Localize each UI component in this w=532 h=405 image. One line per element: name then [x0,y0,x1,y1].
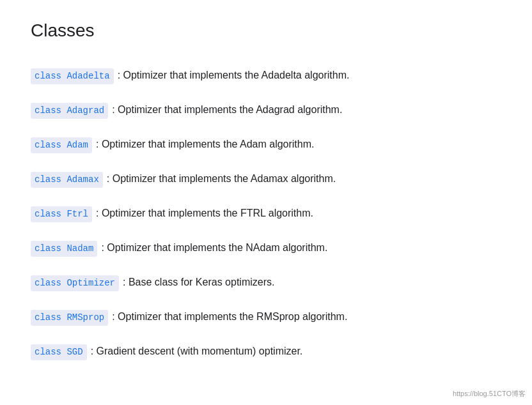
class-description-adamax: : Optimizer that implements the Adamax a… [107,171,336,187]
list-item: class Optimizer: Base class for Keras op… [31,266,501,300]
class-description-adam: : Optimizer that implements the Adam alg… [96,137,314,152]
watermark: https://blog.51CTO博客 [453,389,526,399]
page-title: Classes [31,20,501,41]
class-link-optimizer[interactable]: class Optimizer [31,275,119,291]
list-item: class SGD: Gradient descent (with moment… [31,335,501,369]
list-item: class Adam: Optimizer that implements th… [31,128,501,162]
class-link-adamax[interactable]: class Adamax [31,172,103,188]
list-item: class Adamax: Optimizer that implements … [31,162,501,197]
class-list: class Adadelta: Optimizer that implement… [31,59,501,369]
class-description-nadam: : Optimizer that implements the NAdam al… [101,240,327,256]
class-link-adam[interactable]: class Adam [31,137,92,153]
class-description-rmsprop: : Optimizer that implements the RMSprop … [112,309,347,325]
class-link-sgd[interactable]: class SGD [31,344,87,360]
class-link-adadelta[interactable]: class Adadelta [31,68,114,84]
list-item: class RMSprop: Optimizer that implements… [31,300,501,335]
list-item: class Ftrl: Optimizer that implements th… [31,197,501,231]
class-description-adagrad: : Optimizer that implements the Adagrad … [112,102,342,118]
class-link-rmsprop[interactable]: class RMSprop [31,310,108,326]
class-link-adagrad[interactable]: class Adagrad [31,103,108,119]
class-description-adadelta: : Optimizer that implements the Adadelta… [118,68,350,83]
list-item: class Nadam: Optimizer that implements t… [31,231,501,266]
class-description-ftrl: : Optimizer that implements the FTRL alg… [96,206,313,221]
list-item: class Adagrad: Optimizer that implements… [31,93,501,128]
class-link-nadam[interactable]: class Nadam [31,241,97,257]
class-link-ftrl[interactable]: class Ftrl [31,206,92,222]
class-description-sgd: : Gradient descent (with momentum) optim… [91,344,303,359]
class-description-optimizer: : Base class for Keras optimizers. [123,275,274,290]
list-item: class Adadelta: Optimizer that implement… [31,59,501,93]
